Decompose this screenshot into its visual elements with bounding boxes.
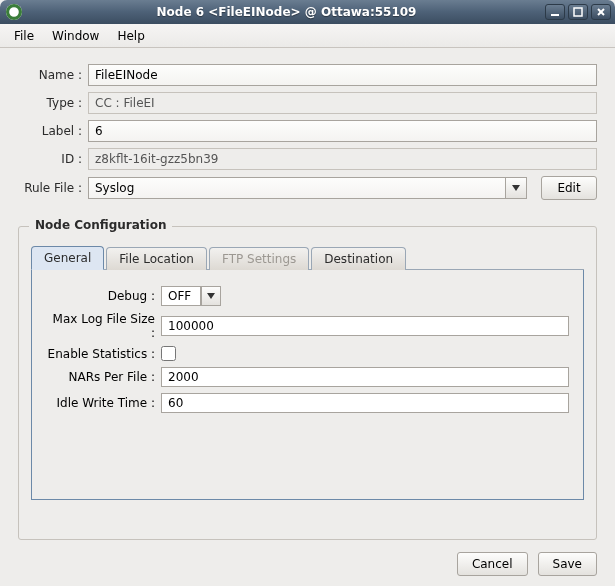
row-debug: Debug : OFF xyxy=(46,286,569,306)
row-id: ID : xyxy=(18,148,597,170)
node-configuration-group: Node Configuration General File Location… xyxy=(18,226,597,540)
max-log-input[interactable] xyxy=(161,316,569,336)
name-input[interactable] xyxy=(88,64,597,86)
row-type: Type : xyxy=(18,92,597,114)
tab-panel-general: Debug : OFF Max Log File Size : Enable S… xyxy=(31,270,584,500)
debug-label: Debug : xyxy=(46,289,161,303)
svg-rect-1 xyxy=(551,14,559,16)
svg-marker-5 xyxy=(512,185,520,191)
enable-stats-label: Enable Statistics : xyxy=(46,347,161,361)
row-label: Label : xyxy=(18,120,597,142)
menu-file[interactable]: File xyxy=(6,26,42,46)
nars-label: NARs Per File : xyxy=(46,370,161,384)
tab-general[interactable]: General xyxy=(31,246,104,270)
rule-file-dropdown-button[interactable] xyxy=(505,177,527,199)
nars-input[interactable] xyxy=(161,367,569,387)
enable-stats-checkbox[interactable] xyxy=(161,346,176,361)
tabs-row: General File Location FTP Settings Desti… xyxy=(31,245,584,270)
debug-dropdown-button[interactable] xyxy=(201,286,221,306)
type-input xyxy=(88,92,597,114)
id-label: ID : xyxy=(18,152,88,166)
edit-button[interactable]: Edit xyxy=(541,176,597,200)
close-button[interactable] xyxy=(591,4,611,20)
row-name: Name : xyxy=(18,64,597,86)
svg-rect-2 xyxy=(574,8,582,16)
type-label: Type : xyxy=(18,96,88,110)
minimize-button[interactable] xyxy=(545,4,565,20)
tab-ftp-settings: FTP Settings xyxy=(209,247,309,270)
node-configuration-title: Node Configuration xyxy=(29,218,172,232)
row-rule-file: Rule File : Edit xyxy=(18,176,597,200)
maximize-button[interactable] xyxy=(568,4,588,20)
max-log-label: Max Log File Size : xyxy=(46,312,161,340)
tab-destination[interactable]: Destination xyxy=(311,247,406,270)
debug-value[interactable]: OFF xyxy=(161,286,201,306)
row-idle-write-time: Idle Write Time : xyxy=(46,393,569,413)
save-button[interactable]: Save xyxy=(538,552,597,576)
tab-file-location[interactable]: File Location xyxy=(106,247,207,270)
svg-marker-6 xyxy=(207,293,215,299)
label-input[interactable] xyxy=(88,120,597,142)
app-icon xyxy=(6,4,22,20)
dialog-footer: Cancel Save xyxy=(18,540,597,576)
idle-label: Idle Write Time : xyxy=(46,396,161,410)
label-label: Label : xyxy=(18,124,88,138)
menubar: File Window Help xyxy=(0,24,615,48)
svg-point-0 xyxy=(8,6,21,19)
row-enable-statistics: Enable Statistics : xyxy=(46,346,569,361)
rule-file-label: Rule File : xyxy=(18,181,88,195)
id-input xyxy=(88,148,597,170)
cancel-button[interactable]: Cancel xyxy=(457,552,528,576)
menu-help[interactable]: Help xyxy=(109,26,152,46)
row-max-log-file-size: Max Log File Size : xyxy=(46,312,569,340)
debug-select[interactable]: OFF xyxy=(161,286,221,306)
row-nars-per-file: NARs Per File : xyxy=(46,367,569,387)
rule-file-input[interactable] xyxy=(88,177,505,199)
content-area: Name : Type : Label : ID : Rule File : E… xyxy=(0,48,615,586)
menu-window[interactable]: Window xyxy=(44,26,107,46)
idle-input[interactable] xyxy=(161,393,569,413)
titlebar: Node 6 <FileEINode> @ Ottawa:55109 xyxy=(0,0,615,24)
name-label: Name : xyxy=(18,68,88,82)
window-title: Node 6 <FileEINode> @ Ottawa:55109 xyxy=(28,5,545,19)
